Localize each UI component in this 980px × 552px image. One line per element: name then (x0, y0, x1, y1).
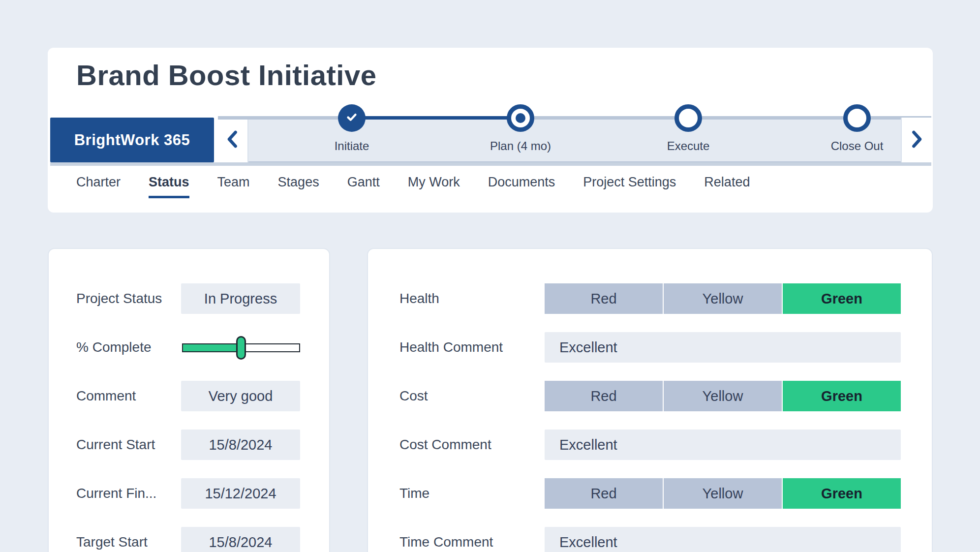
health-option-green[interactable]: Green (783, 283, 901, 314)
stage-step-close-out[interactable]: Close Out (803, 104, 911, 153)
stage-circle-current (507, 104, 534, 132)
cost-option-green[interactable]: Green (783, 381, 901, 411)
health-metrics-panel: HealthRedYellowGreenHealth CommentExcell… (367, 248, 933, 552)
target-start-value[interactable]: 15/8/2024 (181, 527, 300, 552)
tab-stages[interactable]: Stages (278, 175, 319, 198)
field-label: Current Fin... (76, 478, 156, 509)
tab-status[interactable]: Status (149, 175, 189, 198)
chevron-right-icon (908, 129, 925, 151)
slider-fill (183, 344, 241, 351)
stage-step-initiate[interactable]: Initiate (298, 104, 406, 153)
page: Brand Boost Initiative BrightWork 365 In… (0, 0, 980, 552)
field-row-current-fin: Current Fin...15/12/2024 (49, 478, 329, 509)
field-row-comment: CommentVery good (49, 381, 329, 411)
health-option-red[interactable]: Red (545, 283, 663, 314)
previous-stage-button[interactable] (218, 118, 248, 162)
field-row-target-start: Target Start15/8/2024 (49, 527, 329, 552)
cost-option-yellow[interactable]: Yellow (664, 381, 782, 411)
time-option-yellow[interactable]: Yellow (664, 478, 782, 509)
stage-area: InitiatePlan (4 mo)ExecuteClose Out (248, 119, 901, 161)
tab-project-settings[interactable]: Project Settings (583, 175, 676, 198)
field-row-health: HealthRedYellowGreen (368, 283, 932, 314)
field-label: % Complete (76, 332, 152, 363)
field-row-project-status: Project StatusIn Progress (49, 283, 329, 314)
health-comment-input[interactable]: Excellent (545, 332, 901, 363)
health-option-yellow[interactable]: Yellow (664, 283, 782, 314)
project-status-panel: Project StatusIn Progress% CompleteComme… (48, 248, 330, 552)
comment-value[interactable]: Very good (181, 381, 300, 411)
percent-complete-slider[interactable] (182, 343, 300, 352)
time-option-green[interactable]: Green (783, 478, 901, 509)
stage-label: Initiate (298, 139, 406, 153)
field-label: Time Comment (399, 527, 493, 552)
field-row-cost: CostRedYellowGreen (368, 381, 932, 411)
tab-documents[interactable]: Documents (488, 175, 555, 198)
field-label: Current Start (76, 429, 155, 460)
project-status-value[interactable]: In Progress (181, 283, 300, 314)
stage-tracker-bar: InitiatePlan (4 mo)ExecuteClose Out (218, 118, 931, 162)
cost-choice: RedYellowGreen (545, 381, 901, 411)
stage-circle-upcoming (843, 104, 871, 132)
tab-gantt[interactable]: Gantt (347, 175, 380, 198)
time-option-red[interactable]: Red (545, 478, 663, 509)
time-comment-input[interactable]: Excellent (545, 527, 901, 552)
tab-related[interactable]: Related (704, 175, 750, 198)
next-stage-button[interactable] (901, 118, 931, 162)
project-header-card: Brand Boost Initiative BrightWork 365 In… (48, 48, 933, 213)
field-label: Target Start (76, 527, 148, 552)
page-title: Brand Boost Initiative (76, 59, 376, 92)
tab-team[interactable]: Team (217, 175, 250, 198)
tab-bar: CharterStatusTeamStagesGanttMy WorkDocum… (76, 175, 750, 198)
field-row-time-comment: Time CommentExcellent (368, 527, 932, 552)
stage-circle-complete (338, 104, 366, 132)
field-label: Cost Comment (399, 429, 491, 460)
field-label: Cost (399, 381, 428, 411)
cost-comment-input[interactable]: Excellent (545, 429, 901, 460)
tab-charter[interactable]: Charter (76, 175, 121, 198)
stage-label: Plan (4 mo) (466, 139, 575, 153)
field-row-cost-comment: Cost CommentExcellent (368, 429, 932, 460)
stage-step-plan-4-mo[interactable]: Plan (4 mo) (466, 104, 575, 153)
field-label: Time (399, 478, 429, 509)
stage-label: Execute (634, 139, 742, 153)
field-row-health-comment: Health CommentExcellent (368, 332, 932, 363)
field-label: Health Comment (399, 332, 503, 363)
field-control: RedYellowGreen (545, 478, 901, 509)
tab-my-work[interactable]: My Work (408, 175, 460, 198)
field-row-current-start: Current Start15/8/2024 (49, 429, 329, 460)
time-choice: RedYellowGreen (545, 478, 901, 509)
check-icon (344, 110, 359, 126)
chevron-left-icon (224, 129, 241, 151)
stage-step-execute[interactable]: Execute (634, 104, 742, 153)
field-control: Excellent (545, 429, 901, 460)
field-label: Comment (76, 381, 136, 411)
cost-option-red[interactable]: Red (545, 381, 663, 411)
health-choice: RedYellowGreen (545, 283, 901, 314)
stage-label: Close Out (803, 139, 911, 153)
field-control: Excellent (545, 332, 901, 363)
field-row-time: TimeRedYellowGreen (368, 478, 932, 509)
field-control: Excellent (545, 527, 901, 552)
current-start-value[interactable]: 15/8/2024 (181, 429, 300, 460)
field-label: Project Status (76, 283, 162, 314)
field-control: RedYellowGreen (545, 381, 901, 411)
field-label: Health (399, 283, 439, 314)
current-fin-value[interactable]: 15/12/2024 (181, 478, 300, 509)
stage-tracker: BrightWork 365 InitiatePlan (4 mo)Execut… (50, 118, 931, 162)
brightwork-365-badge: BrightWork 365 (50, 118, 214, 162)
field-row-complete: % Complete (49, 332, 329, 363)
field-control: RedYellowGreen (545, 283, 901, 314)
slider-thumb[interactable] (236, 336, 246, 360)
stage-circle-upcoming (674, 104, 702, 132)
